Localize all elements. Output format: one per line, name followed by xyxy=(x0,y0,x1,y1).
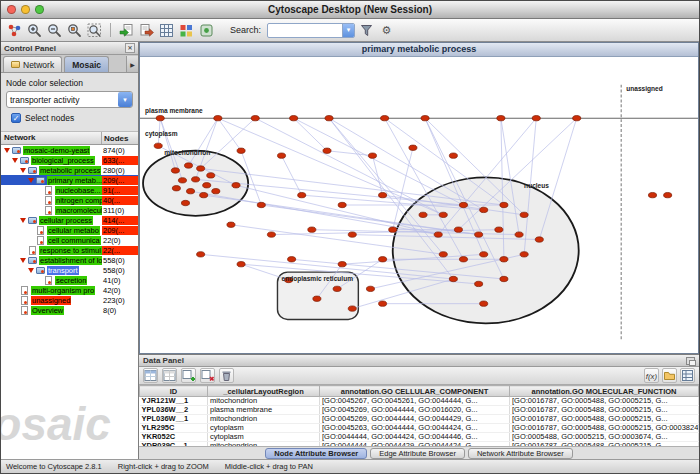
color-attribute-select[interactable]: transporter activity ▼ xyxy=(6,91,133,108)
network-node[interactable] xyxy=(535,237,543,242)
network-node[interactable] xyxy=(368,153,376,158)
network-node[interactable] xyxy=(197,166,205,171)
tab-mosaic[interactable]: Mosaic xyxy=(64,56,109,72)
tree-row[interactable]: cellular process414(... xyxy=(1,215,138,225)
tree-row[interactable]: macromolecule311(0) xyxy=(1,205,138,215)
tab-network[interactable]: Network xyxy=(3,56,62,72)
float-panel-icon[interactable] xyxy=(686,357,695,365)
network-node[interactable] xyxy=(212,189,220,194)
close-window-icon[interactable] xyxy=(7,5,16,14)
network-node[interactable] xyxy=(200,192,208,197)
network-node[interactable] xyxy=(434,232,442,237)
network-node[interactable] xyxy=(389,227,397,232)
network-node[interactable] xyxy=(480,252,488,257)
close-panel-icon[interactable]: ✕ xyxy=(125,43,135,53)
network-node[interactable] xyxy=(439,252,447,257)
network-node[interactable] xyxy=(178,178,186,183)
network-node[interactable] xyxy=(475,281,483,286)
tab-scroll-right-icon[interactable]: ▶ xyxy=(126,56,138,72)
network-node[interactable] xyxy=(288,257,296,262)
network-node[interactable] xyxy=(348,232,356,237)
expand-arrow-icon[interactable] xyxy=(19,258,27,263)
select-nodes-checkbox[interactable]: ✓ xyxy=(11,113,21,123)
network-node[interactable] xyxy=(379,257,387,262)
network-node[interactable] xyxy=(181,200,189,205)
expand-arrow-icon[interactable] xyxy=(19,218,27,223)
network-node[interactable] xyxy=(333,286,341,291)
column-header[interactable]: _cellularLayoutRegion xyxy=(208,386,320,397)
table-row[interactable]: YLR295Ccytoplasm[GO:0045263, GO:0044444,… xyxy=(140,424,699,433)
network-node[interactable] xyxy=(366,286,374,291)
network-node[interactable] xyxy=(154,143,162,148)
network-node[interactable] xyxy=(381,116,389,121)
table-row[interactable]: YPL036W__2plasma membrane[GO:0045269, GO… xyxy=(140,406,699,415)
column-header[interactable]: annotation.GO MOLECULAR_FUNCTION xyxy=(510,386,699,397)
network-node[interactable] xyxy=(214,116,222,121)
tree-row[interactable]: nitrogen compo40(... xyxy=(1,195,138,205)
network-node[interactable] xyxy=(338,262,346,267)
plugins-icon[interactable] xyxy=(198,22,215,39)
network-node[interactable] xyxy=(197,252,205,257)
network-node[interactable] xyxy=(192,177,200,182)
table-row[interactable]: YPL036W__1mitochondrion[GO:0045269, GO:0… xyxy=(140,415,699,424)
network-node[interactable] xyxy=(325,116,333,121)
unselect-attributes-icon[interactable] xyxy=(162,368,177,383)
network-node[interactable] xyxy=(232,183,240,188)
tree-row[interactable]: multi-organism pro42(0) xyxy=(1,285,138,295)
new-attribute-icon[interactable] xyxy=(181,368,196,383)
network-node[interactable] xyxy=(459,202,467,207)
network-node[interactable] xyxy=(171,168,179,173)
column-header[interactable]: annotation.GO CELLULAR_COMPONENT xyxy=(320,386,510,397)
network-node[interactable] xyxy=(203,183,211,188)
zoom-selected-icon[interactable] xyxy=(66,22,83,39)
window-titlebar[interactable]: Cytoscape Desktop (New Session) xyxy=(1,1,699,19)
zoom-fit-icon[interactable] xyxy=(86,22,103,39)
tree-column-nodes[interactable]: Nodes xyxy=(102,134,138,143)
tree-row[interactable]: transport558(0) xyxy=(1,265,138,275)
tree-row[interactable]: mosaic-demo-yeast874(0) xyxy=(1,145,138,155)
network-node[interactable] xyxy=(227,222,235,227)
network-node[interactable] xyxy=(184,163,192,168)
settings-gear-icon[interactable]: ⚙ xyxy=(378,22,395,39)
search-box[interactable]: ▼ xyxy=(267,23,355,38)
tree-row[interactable]: Overview8(0) xyxy=(1,305,138,315)
network-node[interactable] xyxy=(298,192,306,197)
tree-row[interactable]: cell communica22(0) xyxy=(1,235,138,245)
table-row[interactable]: YKR052Ccytoplasm[GO:0044444, GO:0044424,… xyxy=(140,433,699,442)
tree-row[interactable]: metabolic process280(0) xyxy=(1,165,138,175)
network-node[interactable] xyxy=(449,276,457,281)
tree-row[interactable]: nucleobase...91(... xyxy=(1,185,138,195)
column-header[interactable]: ID xyxy=(140,386,208,397)
network-node[interactable] xyxy=(237,148,245,153)
filter-icon[interactable] xyxy=(358,22,375,39)
tree-row[interactable]: secretion41(0) xyxy=(1,275,138,285)
network-node[interactable] xyxy=(156,116,164,121)
import-attributes-folder-icon[interactable] xyxy=(662,368,677,383)
network-node[interactable] xyxy=(439,212,447,217)
tree-row[interactable]: establishment of lo558(0) xyxy=(1,255,138,265)
expand-arrow-icon[interactable] xyxy=(27,268,35,273)
select-attributes-icon[interactable] xyxy=(143,368,158,383)
network-node[interactable] xyxy=(573,116,581,121)
network-node[interactable] xyxy=(348,306,356,311)
zoom-in-icon[interactable] xyxy=(26,22,43,39)
tree-row[interactable]: unassigned223(0) xyxy=(1,295,138,305)
network-node[interactable] xyxy=(515,232,523,237)
table-row[interactable]: YJR121W__1mitochondrion[GO:0045267, GO:0… xyxy=(140,397,699,406)
attribute-matrix-icon[interactable] xyxy=(680,368,695,383)
network-node[interactable] xyxy=(532,116,540,121)
network-node[interactable] xyxy=(187,189,195,194)
network-node[interactable] xyxy=(267,232,275,237)
network-node[interactable] xyxy=(313,296,321,301)
network-node[interactable] xyxy=(172,186,180,191)
formula-builder-icon[interactable]: f(x) xyxy=(644,368,659,383)
tree-row[interactable]: response to stimul22(... xyxy=(1,245,138,255)
expand-arrow-icon[interactable] xyxy=(3,148,11,153)
network-node[interactable] xyxy=(237,262,245,267)
network-node[interactable] xyxy=(500,202,508,207)
network-node[interactable] xyxy=(495,227,503,232)
tree-row[interactable]: cellular metabo209(... xyxy=(1,225,138,235)
network-node[interactable] xyxy=(419,212,427,217)
network-node[interactable] xyxy=(500,276,508,281)
network-node[interactable] xyxy=(520,252,528,257)
